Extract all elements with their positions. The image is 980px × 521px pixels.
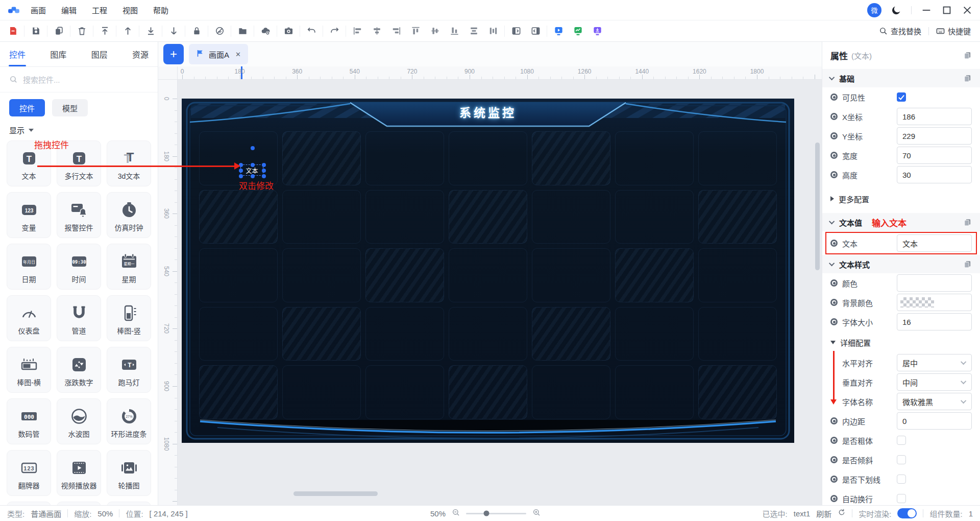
bind-property-icon[interactable]	[830, 437, 838, 444]
menu-画面[interactable]: 画面	[31, 5, 46, 15]
bind-property-icon[interactable]	[830, 495, 838, 502]
refresh-icon[interactable]	[838, 508, 846, 518]
color-input-背景颜色[interactable]	[897, 294, 972, 311]
section-文本样式[interactable]: 文本样式	[822, 255, 980, 273]
select-水平对齐[interactable]: 居中	[897, 354, 972, 371]
bind-property-icon[interactable]	[830, 279, 838, 287]
input-文本[interactable]: 文本	[897, 234, 972, 252]
distribute-horizontal-icon[interactable]	[483, 24, 503, 38]
menu-视图[interactable]: 视图	[122, 5, 138, 15]
bind-property-icon[interactable]	[830, 417, 838, 424]
input-Y坐标[interactable]: 229	[897, 127, 972, 145]
panel-tab-控件[interactable]: 控件	[9, 42, 26, 66]
checkbox-可见性[interactable]	[897, 92, 906, 102]
vertical-scrollbar[interactable]	[815, 143, 820, 270]
input-高度[interactable]: 30	[897, 166, 972, 183]
bind-property-icon[interactable]	[830, 318, 838, 325]
widget-time[interactable]: 09:30时间	[57, 244, 101, 290]
widget-date[interactable]: 年月日日期	[7, 244, 51, 290]
move-up-icon[interactable]	[118, 24, 137, 38]
widget-search-input[interactable]: 搜索控件...	[0, 67, 158, 92]
align-left-icon[interactable]	[348, 24, 367, 38]
zoom-in-icon[interactable]	[532, 508, 541, 518]
widget-group-header[interactable]: 显示	[0, 122, 158, 140]
bind-property-icon[interactable]	[830, 132, 838, 139]
lock-icon[interactable]	[187, 24, 206, 38]
resize-handle[interactable]	[239, 169, 243, 173]
checkbox-是否下划线[interactable]	[897, 475, 906, 484]
avatar[interactable]: 微	[867, 3, 881, 17]
bind-property-icon[interactable]	[830, 299, 838, 306]
widget-ring-progress[interactable]: 27%环形进度条	[107, 398, 151, 444]
resize-handle[interactable]	[262, 169, 266, 173]
new-file-icon[interactable]	[3, 24, 22, 38]
save-icon[interactable]	[26, 24, 45, 38]
resize-handle[interactable]	[251, 174, 255, 178]
copy-section-icon[interactable]	[963, 74, 972, 83]
checkbox-自动换行[interactable]	[897, 494, 906, 503]
widget-bar-vertical[interactable]: 棒图-竖	[107, 295, 151, 341]
widget-gauge[interactable]: 仪表盘	[7, 295, 51, 341]
realtime-render-toggle[interactable]	[897, 508, 917, 518]
hide-icon[interactable]	[210, 24, 229, 38]
refresh-button[interactable]: 刷新	[816, 508, 831, 519]
widget-week[interactable]: 星期一星期	[107, 244, 151, 290]
publish-icon[interactable]	[587, 24, 607, 38]
undo-icon[interactable]	[302, 24, 321, 38]
mode-button-控件[interactable]: 控件	[9, 99, 45, 116]
widget-water-wave[interactable]: 水波图	[57, 398, 101, 444]
expander-更多配置[interactable]: 更多配置	[822, 184, 980, 213]
widget-sim-clock[interactable]: 仿真时钟	[107, 192, 151, 238]
maximize-button[interactable]	[941, 5, 952, 16]
bind-property-icon[interactable]	[830, 171, 838, 178]
close-tab-icon[interactable]: ✕	[235, 51, 241, 58]
folder-icon[interactable]	[233, 24, 252, 38]
align-top-icon[interactable]	[406, 24, 425, 38]
align-middle-icon[interactable]	[425, 24, 445, 38]
redo-icon[interactable]	[325, 24, 344, 38]
screen-tab[interactable]: 画面A ✕	[189, 44, 248, 64]
theme-moon-icon[interactable]	[891, 5, 902, 16]
screenshot-icon[interactable]	[279, 24, 298, 38]
checkbox-是否粗体[interactable]	[897, 436, 906, 445]
expander-详细配置[interactable]: 详细配置	[822, 331, 980, 353]
move-down-icon[interactable]	[164, 24, 183, 38]
input-字体大小[interactable]: 16	[897, 313, 972, 330]
select-垂直对齐[interactable]: 中间	[897, 373, 972, 391]
resize-handle[interactable]	[239, 163, 243, 167]
align-bottom-icon[interactable]	[445, 24, 464, 38]
delete-icon[interactable]	[72, 24, 91, 38]
widget-marquee[interactable]: T跑马灯	[107, 347, 151, 393]
copy-section-icon[interactable]	[963, 260, 972, 269]
resize-handle[interactable]	[251, 163, 255, 167]
widget-partial[interactable]	[57, 502, 101, 505]
panel-tab-资源[interactable]: 资源	[132, 42, 149, 66]
widget-digital-tube[interactable]: 000数码管	[7, 398, 51, 444]
canvas-viewport[interactable]: 系统监控 文本	[178, 80, 822, 505]
distribute-vertical-icon[interactable]	[464, 24, 483, 38]
copy-section-icon[interactable]	[963, 218, 972, 227]
selected-text-widget[interactable]: 文本	[240, 164, 263, 176]
widget-pipe[interactable]: 管道	[57, 295, 101, 341]
copy-icon[interactable]	[49, 24, 68, 38]
widget-flip-card[interactable]: 123翻牌器	[7, 450, 51, 496]
input-X坐标[interactable]: 186	[897, 108, 972, 125]
bind-property-icon[interactable]	[830, 240, 838, 247]
resize-handle[interactable]	[262, 174, 266, 178]
mode-button-模型[interactable]: 模型	[52, 99, 88, 116]
widget-video-player[interactable]: 视频播放器	[57, 450, 101, 496]
widget-text-3d[interactable]: TT3d文本	[107, 140, 151, 186]
bind-property-icon[interactable]	[830, 456, 838, 463]
panel-tab-图库[interactable]: 图库	[50, 42, 66, 66]
bring-to-front-icon[interactable]	[95, 24, 114, 38]
widget-text[interactable]: T文本	[7, 140, 51, 186]
bind-property-icon[interactable]	[830, 93, 838, 101]
panel-tab-图层[interactable]: 图层	[91, 42, 108, 66]
resize-handle[interactable]	[262, 163, 266, 167]
widget-partial[interactable]	[107, 502, 151, 505]
horizontal-scrollbar[interactable]	[293, 491, 378, 496]
minimize-button[interactable]	[921, 5, 932, 16]
zoom-slider-knob[interactable]	[484, 511, 489, 516]
widget-carousel[interactable]: 轮播图	[107, 450, 151, 496]
menu-帮助[interactable]: 帮助	[153, 5, 168, 15]
